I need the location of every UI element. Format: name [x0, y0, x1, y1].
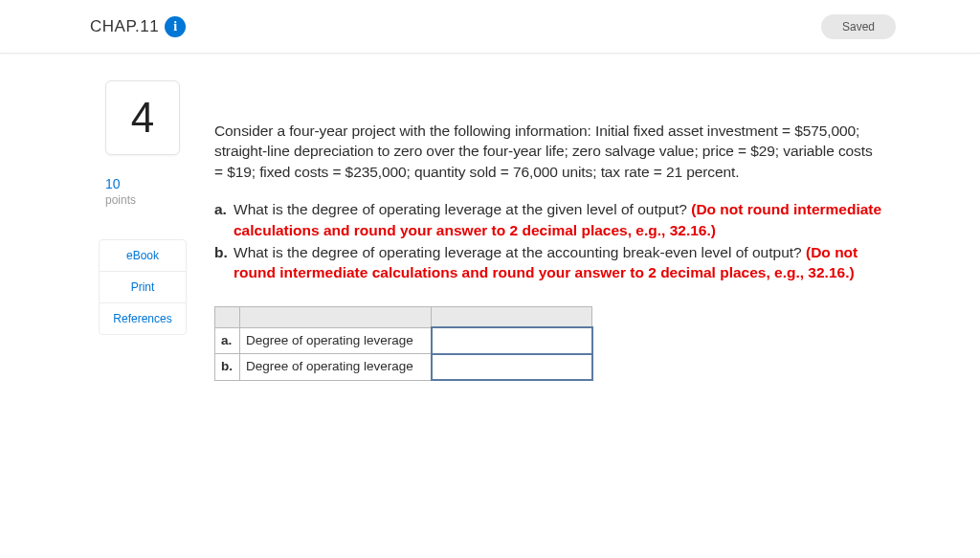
answer-table: a. Degree of operating leverage b. Degre…: [214, 306, 593, 382]
part-body: What is the degree of operating leverage…: [234, 199, 884, 240]
part-label: a.: [214, 199, 234, 240]
question-number-card: 4: [105, 80, 180, 155]
points-label: points: [105, 193, 180, 207]
part-text: What is the degree of operating leverage…: [234, 244, 806, 260]
answer-input-b[interactable]: [433, 356, 591, 379]
table-header-row: [215, 306, 592, 327]
header-cell: [215, 306, 240, 327]
left-column: 4 10 points eBook Print References: [90, 80, 195, 381]
row-desc: Degree of operating leverage: [240, 354, 432, 381]
chapter-title: CHAP.11: [90, 17, 159, 36]
part-label: b.: [214, 242, 234, 283]
table-row: a. Degree of operating leverage: [215, 327, 592, 354]
saved-badge: Saved: [821, 14, 896, 39]
part-b: b. What is the degree of operating lever…: [214, 242, 884, 283]
question-content: Consider a four-year project with the fo…: [195, 80, 884, 381]
points-block: 10 points: [105, 176, 180, 207]
answer-input-a[interactable]: [433, 329, 591, 352]
row-letter: b.: [215, 354, 240, 381]
table-row: b. Degree of operating leverage: [215, 354, 592, 381]
top-bar: CHAP.11 i Saved: [0, 0, 980, 54]
info-icon[interactable]: i: [165, 16, 186, 37]
header-cell: [432, 306, 592, 327]
row-desc: Degree of operating leverage: [240, 327, 432, 354]
page-body: 4 10 points eBook Print References Consi…: [0, 54, 980, 381]
references-link[interactable]: References: [100, 303, 186, 334]
print-link[interactable]: Print: [100, 272, 186, 303]
header-cell: [240, 306, 432, 327]
part-body: What is the degree of operating leverage…: [234, 242, 884, 283]
question-prompt: Consider a four-year project with the fo…: [214, 121, 884, 182]
row-input-cell: [432, 354, 592, 381]
question-parts: a. What is the degree of operating lever…: [214, 199, 884, 283]
points-value: 10: [105, 176, 180, 191]
part-text: What is the degree of operating leverage…: [234, 201, 691, 217]
ebook-link[interactable]: eBook: [100, 240, 186, 272]
resource-links: eBook Print References: [99, 239, 187, 335]
row-letter: a.: [215, 327, 240, 354]
part-a: a. What is the degree of operating lever…: [214, 199, 884, 240]
row-input-cell: [432, 327, 592, 354]
